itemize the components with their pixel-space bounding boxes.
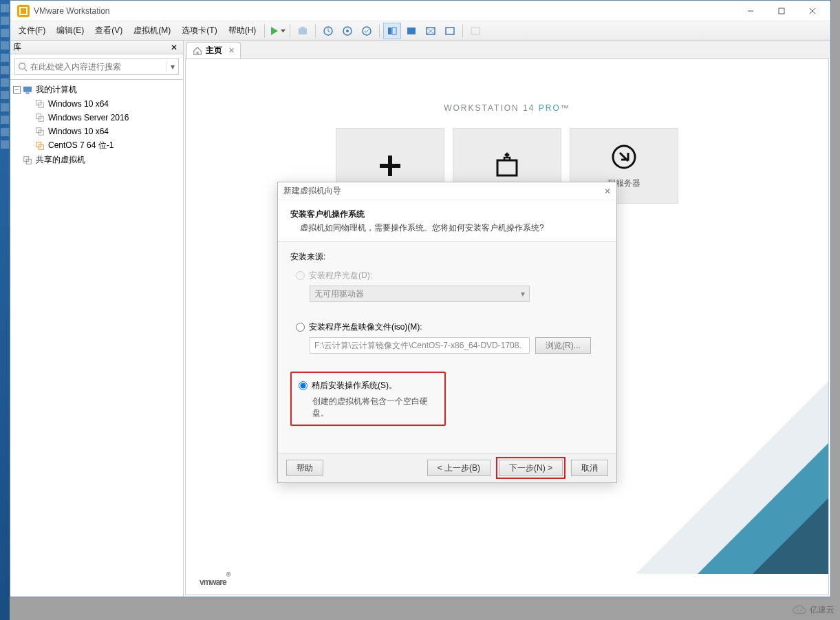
- tree-label: Windows 10 x64: [48, 127, 109, 136]
- tree-item-vm[interactable]: CentOS 7 64 位-1: [10, 138, 183, 153]
- tab-label: 主页: [206, 45, 222, 56]
- view-mode-4[interactable]: [441, 23, 459, 39]
- minimize-button[interactable]: [735, 1, 766, 21]
- tb-icon-1[interactable]: [319, 23, 337, 39]
- power-on-button[interactable]: [268, 23, 286, 39]
- menu-view[interactable]: 查看(V): [89, 22, 128, 39]
- radio-install-later[interactable]: 稍后安装操作系统(S)。: [299, 380, 438, 392]
- svg-rect-12: [388, 28, 391, 34]
- svg-rect-14: [407, 28, 416, 34]
- menu-help[interactable]: 帮助(H): [223, 22, 262, 39]
- tree-label: Windows 10 x64: [48, 99, 109, 109]
- snapshot-button[interactable]: [294, 23, 312, 39]
- browse-button[interactable]: 浏览(R)...: [535, 337, 591, 354]
- tab-close-button[interactable]: ✕: [226, 46, 235, 55]
- maximize-button[interactable]: [766, 1, 797, 21]
- svg-rect-33: [380, 164, 400, 168]
- next-button[interactable]: 下一步(N) >: [499, 460, 563, 476]
- view-mode-1[interactable]: [383, 23, 401, 39]
- radio-label: 稍后安装操作系统(S)。: [312, 380, 397, 392]
- view-mode-2[interactable]: [402, 23, 420, 39]
- tab-home[interactable]: 主页 ✕: [186, 42, 241, 58]
- open-icon: [493, 152, 521, 180]
- menu-tabs[interactable]: 选项卡(T): [176, 22, 222, 39]
- wizard-heading: 安装客户机操作系统: [290, 209, 604, 220]
- help-button[interactable]: 帮助: [286, 460, 323, 476]
- decor-triangles: [636, 381, 828, 574]
- new-vm-wizard: 新建虚拟机向导 ✕ 安装客户机操作系统 虚拟机如同物理机，需要操作系统。您将如何…: [277, 182, 617, 483]
- svg-rect-1: [779, 8, 784, 14]
- title-bar[interactable]: VMware Workstation: [10, 1, 830, 21]
- source-label: 安装来源:: [290, 251, 604, 263]
- cloud-icon: [792, 602, 807, 617]
- svg-point-10: [346, 30, 349, 32]
- tree-item-vm[interactable]: Windows Server 2016: [10, 111, 183, 125]
- menu-vm[interactable]: 虚拟机(M): [128, 22, 176, 39]
- svg-rect-34: [497, 160, 517, 175]
- vmware-logo: vmware®: [200, 571, 230, 589]
- svg-rect-21: [25, 92, 29, 94]
- sidebar-close-button[interactable]: ✕: [168, 43, 180, 52]
- highlight-next: 下一步(N) >: [496, 457, 566, 479]
- wizard-body: 安装来源: 安装程序光盘(D): 无可用驱动器 ▾ 安装程序光盘映像文件(iso…: [278, 242, 616, 453]
- wizard-titlebar[interactable]: 新建虚拟机向导 ✕: [278, 182, 616, 200]
- radio-label: 安装程序光盘映像文件(iso)(M):: [309, 321, 422, 333]
- shared-icon: [22, 155, 33, 166]
- tree-label: CentOS 7 64 位-1: [48, 140, 114, 151]
- cancel-button[interactable]: 取消: [571, 460, 608, 476]
- wizard-header: 安装客户机操作系统 虚拟机如同物理机，需要操作系统。您将如何安装客户机操作系统?: [278, 200, 616, 242]
- drive-value: 无可用驱动器: [314, 288, 364, 300]
- wizard-subheading: 虚拟机如同物理机，需要操作系统。您将如何安装客户机操作系统?: [290, 222, 604, 234]
- vm-icon: [34, 140, 45, 151]
- tree-root-my-computer[interactable]: − 我的计算机: [10, 83, 183, 97]
- tree-label: 我的计算机: [36, 84, 77, 96]
- vm-tree: − 我的计算机 Windows 10 x64 Windows Server 20…: [10, 79, 183, 597]
- search-dropdown[interactable]: ▾: [166, 62, 175, 72]
- plus-icon: [376, 152, 404, 180]
- menu-bar: 文件(F) 编辑(E) 查看(V) 虚拟机(M) 选项卡(T) 帮助(H): [10, 21, 830, 41]
- radio-input: [296, 271, 305, 280]
- view-mode-3[interactable]: [422, 23, 440, 39]
- svg-rect-6: [299, 28, 307, 34]
- watermark-text: 亿速云: [810, 604, 834, 616]
- search-box[interactable]: ▾: [14, 58, 179, 75]
- install-later-desc: 创建的虚拟机将包含一个空白硬盘。: [312, 396, 438, 419]
- tb-icon-3[interactable]: [358, 23, 376, 39]
- menu-edit[interactable]: 编辑(E): [51, 22, 89, 39]
- tree-shared-vms[interactable]: 共享的虚拟机: [10, 153, 183, 167]
- desktop-left-strip: [0, 0, 10, 620]
- tree-label: Windows Server 2016: [48, 113, 129, 122]
- sidebar-title: 库: [13, 41, 21, 53]
- iso-path-input[interactable]: [310, 337, 530, 354]
- vm-icon: [34, 126, 45, 137]
- radio-iso-file[interactable]: 安装程序光盘映像文件(iso)(M):: [296, 321, 604, 333]
- svg-rect-13: [392, 28, 396, 34]
- tree-item-vm[interactable]: Windows 10 x64: [10, 125, 183, 138]
- radio-input[interactable]: [296, 323, 305, 332]
- wizard-close-button[interactable]: ✕: [604, 186, 611, 196]
- sidebar-header: 库 ✕: [10, 41, 183, 54]
- svg-point-11: [363, 27, 371, 35]
- svg-point-40: [801, 610, 802, 611]
- wizard-title-text: 新建虚拟机向导: [283, 185, 341, 197]
- computer-icon: [22, 85, 33, 96]
- search-icon: [18, 62, 28, 72]
- svg-rect-20: [23, 86, 32, 92]
- svg-line-19: [25, 69, 28, 72]
- menu-file[interactable]: 文件(F): [13, 22, 51, 39]
- back-button[interactable]: < 上一步(B): [427, 460, 491, 476]
- tab-strip: 主页 ✕: [184, 41, 830, 58]
- tree-label: 共享的虚拟机: [36, 154, 85, 166]
- home-icon: [193, 46, 202, 56]
- svg-rect-16: [446, 28, 454, 34]
- radio-input[interactable]: [299, 381, 308, 390]
- sidebar: 库 ✕ ▾ − 我的计算机 Windows 10: [10, 41, 184, 597]
- radio-installer-disc: 安装程序光盘(D):: [296, 270, 604, 281]
- tb-icon-end[interactable]: [466, 23, 484, 39]
- tree-item-vm[interactable]: Windows 10 x64: [10, 97, 183, 111]
- collapse-icon[interactable]: −: [13, 86, 21, 94]
- close-button[interactable]: [797, 1, 828, 21]
- tb-icon-2[interactable]: [338, 23, 356, 39]
- app-icon: [17, 5, 30, 17]
- search-input[interactable]: [30, 62, 166, 72]
